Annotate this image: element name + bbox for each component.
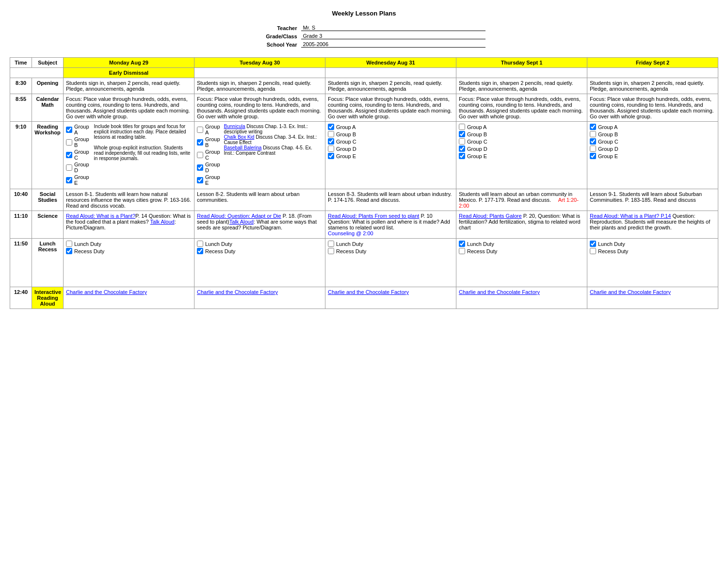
ss-thu: Students will learn about an urban commu… xyxy=(456,189,587,211)
reading-wed: Group A Group B Group C Group D Group E xyxy=(325,122,456,189)
early-dismissal-badge: Early Dismissal xyxy=(64,68,194,78)
time-910: 9:10 xyxy=(10,122,32,189)
calmath-wed: Focus: Place value through hundreds, odd… xyxy=(325,94,456,122)
group-e-check-mon[interactable] xyxy=(66,177,72,183)
sci-wed: Read Aloud: Plants From seed to plant P.… xyxy=(325,211,456,239)
lunch-mon: Lunch Duty Recess Duty xyxy=(64,239,194,287)
sci-tue: Read Aloud: Question: Adapt or Die P. 18… xyxy=(194,211,325,239)
empty-header xyxy=(10,68,64,78)
table-row: 11:10 Science Read Aloud: What is a Plan… xyxy=(10,211,718,239)
ira-wed: Charlie and the Chocolate Factory xyxy=(325,287,456,309)
group-a-check-wed[interactable] xyxy=(328,124,334,130)
opening-tue: Students sign in, sharpen 2 pencils, rea… xyxy=(194,78,325,94)
group-d-check-tue[interactable] xyxy=(197,164,203,171)
subject-calendar-math: Calendar Math xyxy=(32,94,64,122)
opening-mon: Students sign in, sharpen 2 pencils, rea… xyxy=(64,78,194,94)
group-c-check-thu[interactable] xyxy=(459,138,465,145)
group-d-check-mon[interactable] xyxy=(66,164,72,171)
lunch-duty-mon[interactable] xyxy=(66,241,72,247)
reading-thu: Group A Group B Group C Group D Group E xyxy=(456,122,587,189)
reading-tue: Group A Group B Group C Group D Group E … xyxy=(194,122,325,189)
year-value: 2005-2006 xyxy=(301,41,485,48)
reading-fri: Group A Group B Group C Group D Group E xyxy=(587,122,718,189)
group-a-check-tue[interactable] xyxy=(197,127,203,133)
time-1110: 11:10 xyxy=(10,211,32,239)
wednesday-header: Wednesday Aug 31 xyxy=(325,58,456,68)
recess-duty-tue[interactable] xyxy=(197,248,203,254)
time-header: Time xyxy=(10,58,32,68)
lunch-duty-tue[interactable] xyxy=(197,241,203,247)
group-a-check-mon[interactable] xyxy=(66,127,72,133)
recess-duty-mon[interactable] xyxy=(66,248,72,254)
time-830: 8:30 xyxy=(10,78,32,94)
ira-fri: Charlie and the Chocolate Factory xyxy=(587,287,718,309)
group-d-check-wed[interactable] xyxy=(328,146,334,152)
group-c-check-mon[interactable] xyxy=(66,152,72,158)
subject-opening: Opening xyxy=(32,78,64,94)
subject-science: Science xyxy=(32,211,64,239)
table-row: 10:40 Social Studies Lesson 8-1. Student… xyxy=(10,189,718,211)
ira-thu: Charlie and the Chocolate Factory xyxy=(456,287,587,309)
page-title: Weekly Lesson Plans xyxy=(10,10,718,17)
recess-duty-fri[interactable] xyxy=(590,248,596,254)
group-c-check-tue[interactable] xyxy=(197,152,203,158)
group-a-check-thu[interactable] xyxy=(459,124,465,130)
opening-thu: Students sign in, sharpen 2 pencils, rea… xyxy=(456,78,587,94)
ira-mon: Charlie and the Chocolate Factory xyxy=(64,287,194,309)
group-e-check-fri[interactable] xyxy=(590,153,596,159)
group-b-check-fri[interactable] xyxy=(590,131,596,137)
table-row: 8:55 Calendar Math Focus: Place value th… xyxy=(10,94,718,122)
subject-interactive-reading: Interactive Reading Aloud xyxy=(32,287,64,309)
calmath-fri: Focus: Place value through hundreds, odd… xyxy=(587,94,718,122)
monday-header: Monday Aug 29 xyxy=(64,58,194,68)
time-1040: 10:40 xyxy=(10,189,32,211)
group-d-check-thu[interactable] xyxy=(459,146,465,152)
table-row: 8:30 Opening Students sign in, sharpen 2… xyxy=(10,78,718,94)
group-c-check-wed[interactable] xyxy=(328,138,334,145)
lunch-duty-thu[interactable] xyxy=(459,241,465,247)
lunch-thu: Lunch Duty Recess Duty xyxy=(456,239,587,287)
ss-mon: Lesson 8-1. Students will learn how natu… xyxy=(64,189,194,211)
lunch-fri: Lunch Duty Recess Duty xyxy=(587,239,718,287)
group-b-check-wed[interactable] xyxy=(328,131,334,137)
year-label: School Year xyxy=(243,42,301,48)
lunch-wed: Lunch Duty Recess Duty xyxy=(325,239,456,287)
tuesday-header: Tuesday Aug 30 xyxy=(194,58,325,68)
group-d-check-fri[interactable] xyxy=(590,146,596,152)
teacher-label: Teacher xyxy=(243,25,301,31)
calmath-mon: Focus: Place value through hundreds, odd… xyxy=(64,94,194,122)
subject-lunch-recess: Lunch Recess xyxy=(32,239,64,287)
reading-mon: Group A Group B Group C Group D Group E … xyxy=(64,122,194,189)
lunch-duty-fri[interactable] xyxy=(590,241,596,247)
subject-reading-workshop: Reading Workshop xyxy=(32,122,64,189)
time-1150: 11:50 xyxy=(10,239,32,287)
opening-fri: Students sign in, sharpen 2 pencils, rea… xyxy=(587,78,718,94)
group-e-check-thu[interactable] xyxy=(459,153,465,159)
group-b-check-tue[interactable] xyxy=(197,139,203,146)
group-b-check-thu[interactable] xyxy=(459,131,465,137)
sci-mon: Read Aloud: What is a Plant?P. 14 Questi… xyxy=(64,211,194,239)
group-e-check-tue[interactable] xyxy=(197,177,203,183)
teacher-value: Mr. S xyxy=(301,25,485,31)
group-e-check-wed[interactable] xyxy=(328,153,334,159)
subject-social-studies: Social Studies xyxy=(32,189,64,211)
ira-tue: Charlie and the Chocolate Factory xyxy=(194,287,325,309)
sci-fri: Read Aloud: What is a Plant? P.14 Questi… xyxy=(587,211,718,239)
lunch-duty-wed[interactable] xyxy=(328,241,334,247)
recess-duty-wed[interactable] xyxy=(328,248,334,254)
recess-duty-thu[interactable] xyxy=(459,248,465,254)
table-row: 11:50 Lunch Recess Lunch Duty Recess Dut… xyxy=(10,239,718,287)
grade-value: Grade 3 xyxy=(301,33,485,39)
calmath-tue: Focus: Place value through hundreds, odd… xyxy=(194,94,325,122)
thursday-header: Thursday Sept 1 xyxy=(456,58,587,68)
group-b-check-mon[interactable] xyxy=(66,139,72,146)
info-section: Teacher Mr. S Grade/Class Grade 3 School… xyxy=(243,25,485,48)
ss-wed: Lesson 8-3. Students will learn about ur… xyxy=(325,189,456,211)
group-a-check-fri[interactable] xyxy=(590,124,596,130)
opening-wed: Students sign in, sharpen 2 pencils, rea… xyxy=(325,78,456,94)
group-c-check-fri[interactable] xyxy=(590,138,596,145)
subject-header: Subject xyxy=(32,58,64,68)
friday-header: Friday Sept 2 xyxy=(587,58,718,68)
lesson-table: Time Subject Monday Aug 29 Tuesday Aug 3… xyxy=(10,57,718,309)
grade-label: Grade/Class xyxy=(243,33,301,39)
